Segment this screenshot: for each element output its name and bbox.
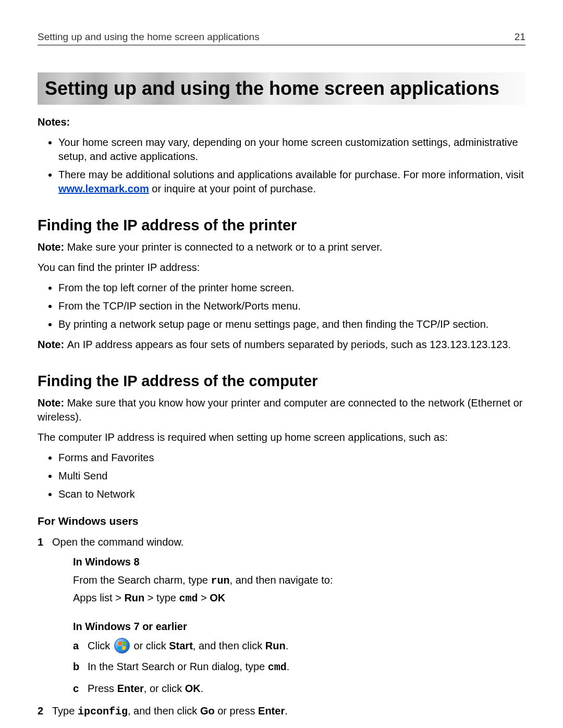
enter-label: Enter: [117, 683, 144, 694]
letter-step: a Click or click Start, and then click R…: [73, 638, 525, 653]
list-item: By printing a network setup page or menu…: [58, 317, 525, 331]
text: .: [285, 705, 288, 717]
text: Type: [52, 705, 78, 717]
letter-step: c Press Enter, or click OK.: [73, 681, 525, 696]
in-windows-7-heading: In Windows 7 or earlier: [73, 619, 525, 634]
ipconfig-literal: ipconfig: [78, 706, 128, 718]
text: or press: [215, 705, 258, 717]
list-item: From the TCP/IP section in the Network/P…: [58, 299, 525, 313]
text: >: [198, 592, 210, 603]
ok-label: OK: [210, 592, 225, 603]
step-item: Type ipconfig, and then click Go or pres…: [38, 704, 525, 728]
note-paragraph: Note: Make sure your printer is connecte…: [38, 240, 525, 254]
note-paragraph: Note: Make sure that you know how your p…: [38, 396, 525, 424]
top-notes-list: Your home screen may vary, depending on …: [38, 135, 525, 196]
step-text: Open the command window.: [52, 536, 183, 548]
windows-orb-icon: [114, 638, 130, 653]
text: Apps list >: [73, 592, 124, 603]
text: Click: [88, 640, 113, 651]
text: , and then click: [128, 705, 200, 717]
text: > type: [144, 592, 179, 603]
list-item: From the top left corner of the printer …: [58, 281, 525, 295]
note-suffix: or inquire at your point of purchase.: [149, 183, 316, 194]
note-label: Note:: [38, 397, 67, 409]
win8-path: Apps list > Run > type cmd > OK: [73, 591, 525, 606]
win8-instruction: From the Search charm, type run, and the…: [73, 573, 525, 588]
text: , and then navigate to:: [230, 574, 333, 586]
start-label: Start: [169, 640, 193, 651]
enter-label: Enter: [258, 705, 285, 717]
text: , and then click: [193, 640, 265, 651]
go-label: Go: [200, 705, 215, 717]
cmd-literal: cmd: [179, 593, 198, 604]
step-item: Open the command window. In Windows 8 Fr…: [38, 535, 525, 696]
run-label: Run: [265, 640, 286, 651]
notes-label: Notes:: [38, 116, 525, 128]
note-label: Note:: [38, 339, 67, 350]
section-heading-printer-ip: Finding the IP address of the printer: [38, 217, 525, 234]
main-title: Setting up and using the home screen app…: [45, 78, 518, 100]
cmd-literal: cmd: [268, 661, 287, 673]
in-windows-8-heading: In Windows 8: [73, 554, 525, 569]
run-label: Run: [124, 592, 144, 603]
page-number: 21: [515, 31, 525, 43]
list-item: Scan to Network: [58, 487, 525, 501]
computer-ip-bullets: Forms and Favorites Multi Send Scan to N…: [38, 451, 525, 501]
text: , or click: [144, 683, 185, 694]
page-header: Setting up and using the home screen app…: [38, 31, 525, 45]
printer-ip-bullets: From the top left corner of the printer …: [38, 281, 525, 331]
run-literal: run: [211, 575, 230, 587]
list-item: Multi Send: [58, 469, 525, 483]
step-letter-c: c: [73, 681, 79, 696]
text: From the Search charm, type: [73, 574, 211, 586]
note-label: Note:: [38, 241, 67, 253]
windows-users-heading: For Windows users: [38, 515, 525, 527]
intro-paragraph: The computer IP address is required when…: [38, 430, 525, 445]
note-text: Make sure your printer is connected to a…: [67, 241, 383, 253]
list-item: Forms and Favorites: [58, 451, 525, 465]
text: Press: [88, 683, 117, 694]
text: In the Start Search or Run dialog, type: [88, 661, 268, 672]
note-text: Make sure that you know how your printer…: [38, 397, 522, 423]
text: .: [287, 661, 290, 672]
text: .: [201, 683, 204, 694]
letter-step: b In the Start Search or Run dialog, typ…: [73, 659, 525, 675]
note-item: There may be additional solutions and ap…: [58, 168, 525, 196]
section-heading-computer-ip: Finding the IP address of the computer: [38, 373, 525, 390]
header-title: Setting up and using the home screen app…: [38, 31, 260, 43]
text: .: [286, 640, 289, 651]
note-item: Your home screen may vary, depending on …: [58, 135, 525, 164]
note-text: An IP address appears as four sets of nu…: [67, 339, 511, 350]
ok-label: OK: [185, 683, 201, 694]
step-letter-b: b: [73, 659, 79, 674]
intro-paragraph: You can find the printer IP address:: [38, 261, 525, 275]
lexmark-link[interactable]: www.lexmark.com: [58, 183, 149, 194]
text: or click: [131, 640, 169, 651]
letter-steps: a Click or click Start, and then click R…: [73, 638, 525, 696]
windows-steps: Open the command window. In Windows 8 Fr…: [38, 535, 525, 728]
title-block: Setting up and using the home screen app…: [38, 72, 525, 105]
note-prefix: There may be additional solutions and ap…: [58, 169, 524, 180]
footnote-paragraph: Note: An IP address appears as four sets…: [38, 338, 525, 352]
step-letter-a: a: [73, 638, 79, 653]
